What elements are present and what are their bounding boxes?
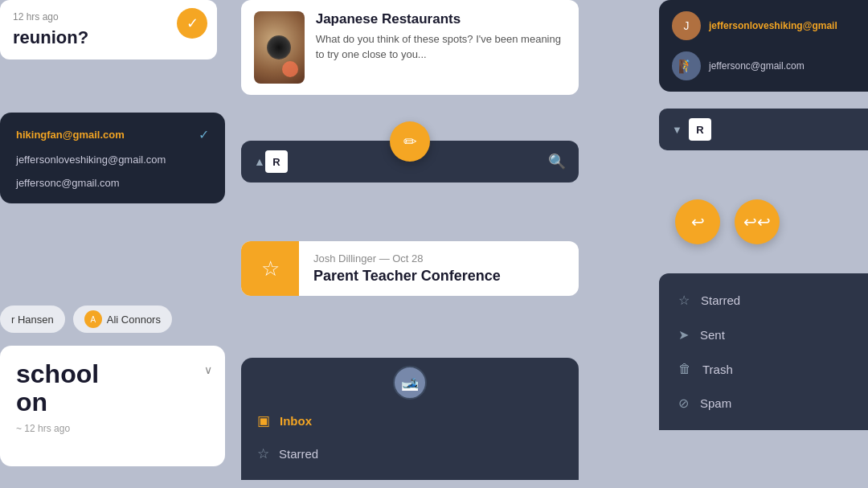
nav-item-inbox[interactable]: ▣ Inbox	[241, 404, 579, 437]
inbox-avatar-section: 🎿	[241, 358, 579, 404]
compose-search-wrapper: ✏ ▲ R 🔍	[241, 141, 579, 182]
chevron-down-icon: ∨	[204, 363, 212, 376]
right-account-row-2[interactable]: 🧗 jeffersonc@gmail.com	[672, 51, 855, 80]
reply-all-button[interactable]: ↩↩	[735, 199, 780, 244]
chevron-icon: ▼	[672, 124, 682, 136]
accounts-card: hikingfan@gmail.com ✓ jeffersonloveshiki…	[0, 113, 225, 203]
reunion-card: 12 hrs ago reunion? ✓	[0, 0, 217, 59]
restaurant-body: What do you think of these spots? I've b…	[316, 32, 566, 63]
starred-icon: ☆	[257, 445, 269, 462]
ptc-star-left: ☆	[241, 241, 299, 296]
spam-menu-label: Spam	[700, 396, 731, 410]
ptc-subject: Parent Teacher Conference	[313, 268, 501, 285]
tags-row: r Hansen A Ali Connors	[0, 299, 225, 339]
inbox-icon: ▣	[257, 412, 270, 429]
reunion-time: 12 hrs ago	[13, 11, 204, 23]
menu-item-trash[interactable]: 🗑 Trash	[659, 352, 868, 386]
menu-item-starred[interactable]: ☆ Starred	[659, 283, 868, 318]
tag-label-2: Ali Connors	[107, 314, 161, 326]
expand-icon: ▲	[254, 155, 265, 168]
account-row-1[interactable]: hikingfan@gmail.com ✓	[16, 127, 209, 142]
nav-item-starred[interactable]: ☆ Starred	[241, 437, 579, 470]
school-title-line1: school	[16, 359, 99, 388]
sushi-image	[254, 11, 305, 84]
account-email-2: jeffersonloveshiking@gmail.com	[16, 154, 166, 166]
right-avatar-2: 🧗	[672, 51, 701, 80]
ptc-card[interactable]: ☆ Josh Dillinger — Oct 28 Parent Teacher…	[241, 241, 579, 296]
school-title-line2: on	[16, 388, 47, 416]
sent-menu-icon: ➤	[678, 327, 689, 342]
school-title: school on	[16, 360, 209, 416]
right-email-1: jeffersonloveshiking@gmail	[709, 20, 837, 31]
account-email-3: jeffersonc@gmail.com	[16, 177, 120, 189]
starred-menu-icon: ☆	[678, 293, 690, 308]
trash-menu-label: Trash	[702, 363, 733, 376]
right-logo-bar: ▼ R	[659, 109, 868, 150]
tag-label-1: r Hansen	[11, 314, 54, 326]
check-circle-icon[interactable]: ✓	[177, 8, 207, 39]
menu-item-spam[interactable]: ⊘ Spam	[659, 386, 868, 420]
reply-buttons: ↩ ↩↩	[659, 193, 868, 251]
inbox-label: Inbox	[280, 414, 312, 428]
sent-menu-label: Sent	[700, 328, 725, 342]
tag-ali[interactable]: A Ali Connors	[73, 306, 172, 333]
school-card: ∨ school on ~ 12 hrs ago	[0, 346, 225, 466]
starred-menu-label: Starred	[701, 293, 740, 307]
check-icon-1: ✓	[199, 127, 209, 142]
ptc-content: Josh Dillinger — Oct 28 Parent Teacher C…	[299, 241, 515, 296]
account-email-1: hikingfan@gmail.com	[16, 129, 125, 141]
app-logo: R	[265, 150, 288, 173]
account-row-3[interactable]: jeffersonc@gmail.com	[16, 177, 209, 189]
compose-fab-button[interactable]: ✏	[390, 121, 430, 162]
restaurant-card: Japanese Restaurants What do you think o…	[241, 0, 579, 95]
right-account-row-1[interactable]: J jeffersonloveshiking@gmail	[672, 11, 855, 40]
trash-menu-icon: 🗑	[678, 362, 691, 376]
restaurant-content: Japanese Restaurants What do you think o…	[316, 11, 566, 84]
starred-label: Starred	[279, 447, 318, 461]
search-icon[interactable]: 🔍	[548, 153, 566, 170]
right-avatar-1: J	[672, 11, 701, 40]
right-app-logo: R	[689, 118, 711, 141]
star-icon: ☆	[261, 256, 280, 281]
right-email-2: jeffersonc@gmail.com	[709, 60, 805, 72]
school-time: ~ 12 hrs ago	[16, 423, 209, 434]
inbox-card: 🎿 ▣ Inbox ☆ Starred	[241, 358, 579, 480]
spam-menu-icon: ⊘	[678, 396, 689, 411]
reply-button[interactable]: ↩	[675, 199, 720, 244]
reunion-subject: reunion?	[13, 27, 204, 48]
account-row-2[interactable]: jeffersonloveshiking@gmail.com	[16, 154, 209, 166]
menu-item-sent[interactable]: ➤ Sent	[659, 318, 868, 352]
right-sidebar-menu: ☆ Starred ➤ Sent 🗑 Trash ⊘ Spam	[659, 273, 868, 430]
ali-avatar: A	[84, 310, 102, 328]
right-accounts-card: J jeffersonloveshiking@gmail 🧗 jefferson…	[659, 0, 868, 92]
ptc-sender: Josh Dillinger — Oct 28	[313, 252, 501, 265]
user-avatar: 🎿	[393, 366, 427, 400]
restaurant-title: Japanese Restaurants	[316, 11, 566, 27]
tag-hansen[interactable]: r Hansen	[0, 306, 65, 333]
